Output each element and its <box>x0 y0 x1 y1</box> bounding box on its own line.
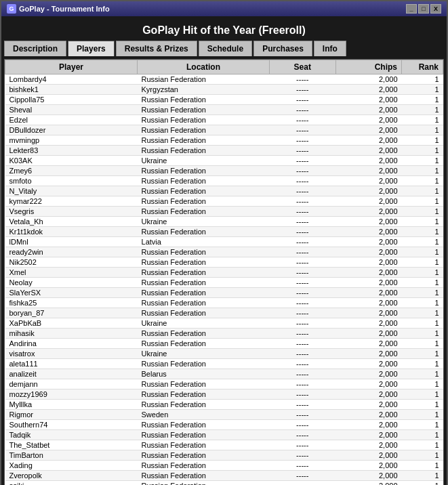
cell-player: lDMnl <box>5 237 138 247</box>
cell-location: Russian Federation <box>138 329 270 339</box>
cell-seat: ----- <box>270 95 336 105</box>
cell-location: Russian Federation <box>138 288 270 298</box>
cell-rank: 1 <box>402 339 443 349</box>
cell-player: asiki <box>5 481 138 486</box>
table-row: Kr1t1kdokRussian Federation-----2,0001 <box>5 227 443 237</box>
cell-player: Xmel <box>5 268 138 278</box>
cell-rank: 1 <box>402 450 443 461</box>
cell-chips: 2,000 <box>335 400 402 410</box>
cell-seat: ----- <box>270 369 336 379</box>
close-button[interactable]: X <box>430 4 441 14</box>
table-row: asikiRussian Federation-----2,0001 <box>5 481 443 486</box>
cell-chips: 2,000 <box>335 420 402 430</box>
tab-purchases[interactable]: Purchases <box>253 41 312 56</box>
cell-seat: ----- <box>270 430 336 440</box>
table-row: kymar222Russian Federation-----2,0001 <box>5 196 443 207</box>
tab-schedule[interactable]: Schedule <box>199 41 252 56</box>
cell-seat: ----- <box>270 75 336 85</box>
header-rank: Rank <box>402 60 443 75</box>
cell-seat: ----- <box>270 247 336 257</box>
cell-rank: 1 <box>402 298 443 308</box>
players-table: Player Location Seat Chips Rank Lombardy… <box>5 60 443 485</box>
cell-player: TimBarton <box>5 450 138 461</box>
table-row: mozzy1969Russian Federation-----2,0001 <box>5 389 443 400</box>
cell-chips: 2,000 <box>335 369 402 379</box>
cell-player: Vetala_Kh <box>5 217 138 227</box>
cell-rank: 1 <box>402 156 443 166</box>
cell-player: Kr1t1kdok <box>5 227 138 237</box>
cell-seat: ----- <box>270 349 336 359</box>
table-row: bishkek1Kyrgyzstan-----2,0001 <box>5 85 443 95</box>
cell-player: Vsegris <box>5 207 138 217</box>
cell-seat: ----- <box>270 278 336 288</box>
cell-seat: ----- <box>270 420 336 430</box>
cell-player: Xading <box>5 461 138 471</box>
tab-description[interactable]: Description <box>4 41 66 56</box>
players-table-container[interactable]: Player Location Seat Chips Rank Lombardy… <box>4 59 444 485</box>
cell-chips: 2,000 <box>335 166 402 176</box>
content-area: GoPlay Hit of the Year (Freeroll) Descri… <box>1 16 447 485</box>
cell-rank: 1 <box>402 379 443 389</box>
cell-rank: 1 <box>402 481 443 486</box>
cell-player: aleta111 <box>5 359 138 369</box>
tab-results-prizes[interactable]: Results & Prizes <box>116 41 197 56</box>
cell-player: visatrox <box>5 349 138 359</box>
table-row: TadqikRussian Federation-----2,0001 <box>5 430 443 440</box>
minimize-button[interactable]: _ <box>406 4 417 14</box>
table-row: demjannRussian Federation-----2,0001 <box>5 379 443 389</box>
cell-location: Ukraine <box>138 349 270 359</box>
cell-player: bishkek1 <box>5 85 138 95</box>
window-title: GoPlay - Tournament Info <box>19 5 110 13</box>
tournament-title: GoPlay Hit of the Year (Freeroll) <box>4 19 444 41</box>
title-bar-left: G GoPlay - Tournament Info <box>7 4 110 14</box>
table-row: boryan_87Russian Federation-----2,0001 <box>5 308 443 318</box>
cell-rank: 1 <box>402 288 443 298</box>
cell-chips: 2,000 <box>335 379 402 389</box>
tab-players[interactable]: Players <box>68 41 115 56</box>
table-row: mvmingpRussian Federation-----2,0001 <box>5 135 443 146</box>
cell-location: Russian Federation <box>138 308 270 318</box>
cell-player: Tadqik <box>5 430 138 440</box>
cell-chips: 2,000 <box>335 349 402 359</box>
cell-rank: 1 <box>402 268 443 278</box>
cell-rank: 1 <box>402 196 443 207</box>
cell-player: analizeit <box>5 369 138 379</box>
cell-seat: ----- <box>270 450 336 461</box>
table-row: XmelRussian Federation-----2,0001 <box>5 268 443 278</box>
cell-chips: 2,000 <box>335 339 402 349</box>
cell-player: boryan_87 <box>5 308 138 318</box>
cell-rank: 1 <box>402 461 443 471</box>
table-row: Zmey6Russian Federation-----2,0001 <box>5 166 443 176</box>
table-row: Southern74Russian Federation-----2,0001 <box>5 420 443 430</box>
cell-rank: 1 <box>402 166 443 176</box>
cell-player: mihasik <box>5 329 138 339</box>
cell-rank: 1 <box>402 95 443 105</box>
cell-location: Russian Federation <box>138 125 270 135</box>
cell-rank: 1 <box>402 207 443 217</box>
table-row: XadingRussian Federation-----2,0001 <box>5 461 443 471</box>
cell-location: Russian Federation <box>138 481 270 486</box>
cell-location: Russian Federation <box>138 105 270 115</box>
cell-location: Russian Federation <box>138 115 270 125</box>
cell-player: Southern74 <box>5 420 138 430</box>
cell-chips: 2,000 <box>335 95 402 105</box>
cell-chips: 2,000 <box>335 217 402 227</box>
cell-player: N_Vitaly <box>5 186 138 196</box>
cell-seat: ----- <box>270 339 336 349</box>
cell-player: DBulldozer <box>5 125 138 135</box>
table-row: N_VitalyRussian Federation-----2,0001 <box>5 186 443 196</box>
table-body: Lombardy4Russian Federation-----2,0001bi… <box>5 75 443 486</box>
cell-location: Russian Federation <box>138 247 270 257</box>
cell-chips: 2,000 <box>335 156 402 166</box>
cell-chips: 2,000 <box>335 146 402 156</box>
cell-seat: ----- <box>270 440 336 450</box>
cell-chips: 2,000 <box>335 298 402 308</box>
cell-location: Russian Federation <box>138 186 270 196</box>
cell-chips: 2,000 <box>335 268 402 278</box>
cell-player: demjann <box>5 379 138 389</box>
tab-info[interactable]: Info <box>314 41 346 56</box>
maximize-button[interactable]: □ <box>418 4 429 14</box>
cell-player: K03AK <box>5 156 138 166</box>
table-row: NeolayRussian Federation-----2,0001 <box>5 278 443 288</box>
cell-location: Russian Federation <box>138 196 270 207</box>
